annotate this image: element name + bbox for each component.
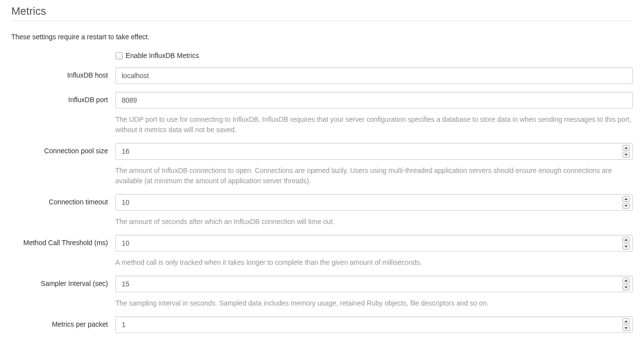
step-up-icon[interactable]	[622, 318, 630, 324]
connection-timeout-label: Connection timeout	[11, 194, 115, 206]
influxdb-host-label: InfluxDB host	[11, 67, 115, 79]
metrics-per-packet-label: Metrics per packet	[11, 316, 115, 328]
metrics-per-packet-stepper[interactable]	[622, 318, 630, 331]
sampler-interval-stepper[interactable]	[622, 278, 630, 290]
step-up-icon[interactable]	[622, 145, 630, 151]
step-down-icon[interactable]	[622, 325, 630, 331]
influxdb-port-label: InfluxDB port	[11, 92, 115, 104]
influxdb-port-help: The UDP port to use for connecting to In…	[115, 114, 633, 135]
section-restart-note: These settings require a restart to take…	[11, 33, 633, 41]
connection-pool-input[interactable]	[115, 143, 633, 160]
enable-influxdb-label: Enable InfluxDB Metrics	[126, 52, 199, 59]
step-up-icon[interactable]	[622, 196, 630, 202]
influxdb-host-input[interactable]	[115, 67, 633, 84]
step-down-icon[interactable]	[622, 284, 630, 290]
sampler-interval-input[interactable]	[115, 276, 633, 292]
step-down-icon[interactable]	[622, 244, 630, 250]
step-down-icon[interactable]	[622, 152, 630, 158]
step-down-icon[interactable]	[622, 203, 630, 209]
connection-pool-stepper[interactable]	[622, 145, 630, 158]
sampler-interval-label: Sampler Interval (sec)	[11, 276, 115, 287]
method-threshold-label: Method Call Threshold (ms)	[11, 235, 115, 247]
section-title: Metrics	[11, 5, 633, 21]
step-up-icon[interactable]	[622, 278, 630, 283]
enable-influxdb-checkbox[interactable]	[115, 52, 123, 59]
connection-pool-label: Connection pool size	[11, 143, 115, 155]
step-up-icon[interactable]	[622, 237, 630, 243]
sampler-interval-help: The sampling interval in seconds. Sample…	[115, 298, 633, 309]
connection-timeout-help: The amount of seconds after which an Inf…	[115, 217, 633, 227]
method-threshold-help: A method call is only tracked when it ta…	[115, 257, 633, 268]
connection-pool-help: The amount of InfluxDB connections to op…	[115, 166, 633, 186]
method-threshold-stepper[interactable]	[622, 237, 630, 250]
metrics-per-packet-input[interactable]	[115, 316, 633, 333]
method-threshold-input[interactable]	[115, 235, 633, 252]
influxdb-port-input[interactable]	[115, 92, 633, 109]
connection-timeout-input[interactable]	[115, 194, 633, 211]
connection-timeout-stepper[interactable]	[622, 196, 630, 209]
